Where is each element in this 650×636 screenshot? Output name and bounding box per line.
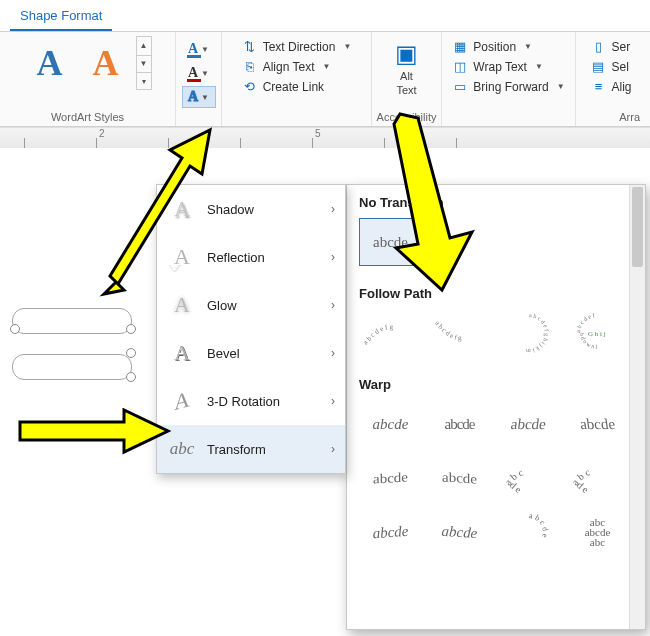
svg-text:G h i j: G h i j — [588, 330, 606, 338]
section-warp: Warp — [347, 367, 645, 396]
warp-11[interactable]: a b c d e — [497, 508, 560, 556]
align-text-label: Align Text — [263, 60, 315, 74]
text-direction-button[interactable]: ⇅Text Direction▼ — [238, 38, 356, 55]
position-button[interactable]: ▦Position▼ — [448, 38, 536, 55]
wrap-icon: ◫ — [452, 59, 468, 74]
warp-8[interactable]: a b cd e — [566, 454, 629, 502]
group-arrange-b: ▯Ser ▤Sel ≡Alig Arra — [576, 32, 646, 126]
effects-transform-item[interactable]: abc Transform › — [157, 425, 345, 473]
warp-10[interactable]: abcde — [426, 506, 492, 558]
rotation-icon: A — [167, 383, 197, 419]
effects-glow-label: Glow — [207, 298, 237, 313]
create-link-label: Create Link — [263, 80, 324, 94]
selection-icon: ▤ — [590, 59, 606, 74]
svg-text:a b c d e: a b c d e — [528, 511, 549, 539]
warp-1[interactable]: abcde — [359, 400, 422, 448]
bring-forward-label: Bring Forward — [473, 80, 548, 94]
followpath-button-icon: a b c d e f b d o w n l G h i j — [568, 311, 628, 355]
warp-12[interactable]: abcabcdeabc — [566, 508, 629, 556]
selection-handle[interactable] — [126, 372, 136, 382]
group-wordart-styles: A A ▲ ▼ ▾ WordArt Styles — [0, 32, 176, 126]
create-link-button[interactable]: ⟲Create Link — [238, 78, 328, 95]
text-outline-button[interactable]: A ▼ — [182, 62, 216, 84]
wordart-preset-1[interactable]: A — [24, 37, 76, 89]
scrollbar-thumb[interactable] — [632, 187, 643, 267]
gallery-down-icon[interactable]: ▼ — [137, 55, 151, 72]
gallery-scroll[interactable]: ▲ ▼ ▾ — [136, 36, 152, 90]
selection-handle[interactable] — [126, 324, 136, 334]
shape-rect-1[interactable] — [12, 308, 132, 334]
effects-3d-rotation-item[interactable]: A 3-D Rotation › — [157, 377, 345, 425]
warp-ring2-icon: a b cd e — [568, 456, 628, 500]
warp-3[interactable]: abcde — [494, 400, 564, 448]
selection-label: Sel — [611, 60, 628, 74]
warp-2[interactable]: abcde — [428, 400, 491, 448]
text-direction-icon: ⇅ — [242, 39, 258, 54]
gallery-up-icon[interactable]: ▲ — [137, 37, 151, 54]
warp-flower-icon: a b c d e — [499, 510, 559, 554]
align-text-icon: ⎘ — [242, 59, 258, 74]
chevron-right-icon: › — [331, 298, 335, 312]
arrange-align-label: Alig — [611, 80, 631, 94]
chevron-right-icon: › — [331, 250, 335, 264]
group-accessibility: ▣ Alt Text Accessibility — [372, 32, 442, 126]
glow-icon: A — [167, 291, 197, 319]
followpath-arch-down[interactable]: a b c d e f g — [428, 309, 491, 357]
gallery-more-icon[interactable]: ▾ — [137, 72, 151, 89]
link-icon: ⟲ — [242, 79, 258, 94]
svg-text:a b c d e f g: a b c d e f g — [433, 319, 462, 342]
warp-7[interactable]: a b cd e — [497, 454, 560, 502]
wrap-text-button[interactable]: ◫Wrap Text▼ — [448, 58, 547, 75]
transform-none[interactable]: abcde — [359, 218, 422, 266]
effects-glow-item[interactable]: A Glow › — [157, 281, 345, 329]
selection-handle[interactable] — [10, 324, 20, 334]
chevron-down-icon: ▼ — [201, 93, 209, 102]
gallery-scrollbar[interactable] — [629, 185, 645, 629]
alt-text-label1: Alt — [400, 70, 413, 82]
transform-gallery: No Transform abcde Follow Path a b c d e… — [346, 184, 646, 630]
alt-text-button[interactable]: ▣ Alt Text — [391, 36, 422, 100]
underline-swatch — [187, 79, 201, 82]
chevron-right-icon: › — [331, 394, 335, 408]
wordart-gallery[interactable]: A A ▲ ▼ ▾ — [24, 36, 152, 90]
reflection-icon: A — [167, 243, 197, 271]
warp-5[interactable]: abcde — [359, 454, 422, 501]
warp-6[interactable]: abcde — [428, 454, 491, 501]
text-effects-button[interactable]: A ▼ — [182, 86, 216, 108]
effects-bevel-item[interactable]: A Bevel › — [157, 329, 345, 377]
effects-shadow-item[interactable]: A Shadow › — [157, 185, 345, 233]
text-fill-button[interactable]: A ▼ — [182, 38, 216, 60]
position-label: Position — [473, 40, 516, 54]
warp-ring-icon: a b cd e — [499, 456, 559, 500]
ruler: 2 5 — [0, 127, 650, 149]
send-label: Ser — [611, 40, 630, 54]
followpath-circle[interactable]: a b c d e f g h i j k l m — [497, 309, 560, 357]
effects-transform-label: Transform — [207, 442, 266, 457]
chevron-down-icon: ▼ — [201, 45, 209, 54]
followpath-arch-up[interactable]: a b c d e f g — [359, 309, 422, 357]
bring-forward-button[interactable]: ▭Bring Forward▼ — [448, 78, 568, 95]
effects-shadow-label: Shadow — [207, 202, 254, 217]
svg-text:a b c d e f g h i j k l m: a b c d e f g h i j k l m — [525, 312, 549, 354]
effects-reflection-item[interactable]: A Reflection › — [157, 233, 345, 281]
warp-9[interactable]: abcde — [357, 506, 423, 558]
selection-handle[interactable] — [126, 348, 136, 358]
text-effects-icon: A — [188, 89, 198, 105]
backward-icon: ▯ — [590, 39, 606, 54]
effects-reflection-label: Reflection — [207, 250, 265, 265]
forward-icon: ▭ — [452, 79, 468, 94]
wordart-preset-2[interactable]: A — [80, 37, 132, 89]
group-text: ⇅Text Direction▼ ⎘Align Text▼ ⟲Create Li… — [222, 32, 372, 126]
send-backward-button[interactable]: ▯Ser — [586, 38, 634, 55]
followpath-button[interactable]: a b c d e f b d o w n l G h i j — [566, 309, 629, 357]
followpath-arch-down-icon: a b c d e f g — [430, 311, 490, 355]
section-follow-path: Follow Path — [347, 276, 645, 305]
selection-pane-button[interactable]: ▤Sel — [586, 58, 632, 75]
warp-4[interactable]: abcde — [563, 400, 633, 448]
align-button[interactable]: ≡Alig — [586, 78, 635, 95]
group-label-arrange: Arra — [619, 111, 640, 124]
align-text-button[interactable]: ⎘Align Text▼ — [238, 58, 335, 75]
tab-shape-format[interactable]: Shape Format — [10, 2, 112, 31]
group-arrange-a: ▦Position▼ ◫Wrap Text▼ ▭Bring Forward▼ — [442, 32, 576, 126]
shape-rect-2[interactable] — [12, 354, 132, 380]
